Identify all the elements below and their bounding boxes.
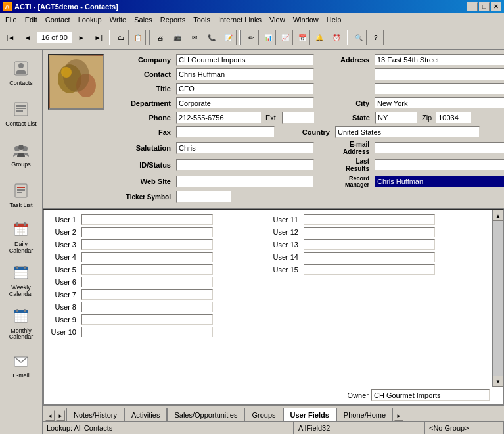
user6-input[interactable] — [81, 277, 213, 287]
tab-sales-opportunities[interactable]: Sales/Opportunities — [167, 408, 244, 421]
tab-activities[interactable]: Activities — [124, 408, 167, 421]
menu-window[interactable]: Window — [289, 14, 323, 25]
user1-input[interactable] — [81, 214, 213, 225]
toolbar-btn-11[interactable]: 📅 — [294, 30, 310, 45]
menu-view[interactable]: View — [265, 14, 289, 25]
salutation-input[interactable] — [176, 142, 314, 154]
toolbar-btn-9[interactable]: 📊 — [260, 30, 276, 45]
sidebar-item-daily-calendar[interactable]: Daily Calendar — [1, 216, 41, 258]
city-input[interactable] — [375, 97, 504, 109]
tab-user-fields[interactable]: User Fields — [283, 408, 336, 421]
user5-input[interactable] — [81, 264, 213, 275]
menu-tools[interactable]: Tools — [189, 14, 214, 25]
nav-prev-button[interactable]: ◄ — [20, 30, 35, 45]
sidebar-item-contacts[interactable]: Contacts — [1, 53, 41, 92]
menu-sales[interactable]: Sales — [130, 14, 156, 25]
toolbar-btn-12[interactable]: 🔔 — [311, 30, 327, 45]
status-field-text: AllField32 — [298, 424, 330, 432]
toolbar-btn-8[interactable]: ✏ — [243, 30, 259, 45]
nav-next-button[interactable]: ► — [74, 30, 89, 45]
sidebar-item-monthly-calendar[interactable]: Monthly Calendar — [1, 302, 41, 345]
user8-input[interactable] — [81, 302, 213, 312]
menu-contact[interactable]: Contact — [41, 14, 74, 25]
fax-input[interactable] — [176, 126, 275, 138]
toolbar-btn-15[interactable]: ? — [368, 30, 384, 45]
tab-groups[interactable]: Groups — [244, 408, 283, 421]
user11-label: User 11 — [271, 216, 301, 224]
tab-notes-history[interactable]: Notes/History — [66, 408, 124, 421]
user2-input[interactable] — [81, 227, 213, 237]
svg-rect-26 — [24, 266, 26, 269]
toolbar-btn-5[interactable]: ✉ — [187, 30, 202, 45]
sidebar-monthly-calendar-label: Monthly Calendar — [3, 328, 39, 341]
sidebar-item-groups[interactable]: Groups — [1, 134, 41, 174]
user-fields-right: User 11 User 12 User 13 User 14 — [271, 214, 487, 383]
toolbar-btn-13[interactable]: ⏰ — [329, 30, 344, 45]
tab-more-button[interactable]: ► — [394, 410, 403, 421]
address3-input[interactable] — [375, 83, 504, 95]
user3-input[interactable] — [81, 239, 213, 250]
toolbar-btn-6[interactable]: 📞 — [204, 30, 219, 45]
zip-input[interactable] — [436, 112, 472, 124]
window-minimize-button[interactable]: ─ — [467, 2, 478, 11]
email-address-label: E-mail Address — [332, 141, 372, 155]
window-close-button[interactable]: ✕ — [491, 2, 501, 11]
window-maximize-button[interactable]: □ — [479, 2, 490, 11]
ticker-symbol-input[interactable] — [176, 191, 232, 203]
scroll-down-button[interactable]: ▼ — [493, 376, 503, 387]
menu-lookup[interactable]: Lookup — [74, 14, 106, 25]
contact-input[interactable] — [176, 68, 314, 80]
menu-help[interactable]: Help — [323, 14, 346, 25]
status-lookup: Lookup: All Contacts — [43, 422, 294, 434]
svg-rect-36 — [24, 309, 26, 312]
menu-write[interactable]: Write — [106, 14, 130, 25]
email-address-input[interactable] — [375, 142, 504, 154]
toolbar-btn-3[interactable]: 🖨 — [152, 30, 168, 45]
user12-input[interactable] — [304, 227, 435, 237]
user15-input[interactable] — [304, 264, 435, 275]
user9-input[interactable] — [81, 314, 213, 325]
toolbar-btn-1[interactable]: 🗂 — [113, 30, 129, 45]
user14-input[interactable] — [304, 252, 435, 262]
user11-input[interactable] — [304, 214, 435, 225]
menu-reports[interactable]: Reports — [156, 14, 190, 25]
toolbar-btn-14[interactable]: 🔍 — [351, 30, 367, 45]
nav-last-button[interactable]: ►| — [91, 30, 106, 45]
phone-input[interactable] — [176, 112, 262, 124]
toolbar-btn-7[interactable]: 📝 — [221, 30, 237, 45]
sidebar-item-weekly-calendar[interactable]: Weekly Calendar — [1, 259, 41, 301]
web-site-input[interactable] — [176, 176, 314, 187]
country-input[interactable] — [335, 126, 480, 138]
tab-scroll-right-button[interactable]: ► — [56, 410, 65, 421]
menu-edit[interactable]: Edit — [21, 14, 41, 25]
user7-input[interactable] — [81, 289, 213, 300]
state-input[interactable] — [375, 112, 418, 124]
record-manager-input[interactable] — [375, 176, 504, 187]
ext-input[interactable] — [282, 112, 315, 124]
ext-label: Ext. — [265, 114, 278, 122]
address-input[interactable] — [375, 54, 504, 66]
sidebar-item-contact-list[interactable]: Contact List — [1, 93, 41, 133]
address2-input[interactable] — [375, 68, 504, 80]
user10-input[interactable] — [81, 327, 213, 337]
title-input[interactable] — [176, 83, 314, 95]
menu-file[interactable]: File — [1, 14, 21, 25]
last-results-input[interactable] — [375, 159, 504, 171]
tab-scroll-left-button[interactable]: ◄ — [45, 410, 55, 421]
sidebar-item-email[interactable]: E-mail — [1, 345, 41, 385]
toolbar-btn-4[interactable]: 📠 — [170, 30, 185, 45]
user4-input[interactable] — [81, 252, 213, 262]
tab-phone-home[interactable]: Phone/Home — [336, 408, 393, 421]
owner-input[interactable] — [371, 389, 490, 401]
menu-internet-links[interactable]: Internet Links — [214, 14, 265, 25]
scroll-up-button[interactable]: ▲ — [493, 210, 503, 221]
user13-input[interactable] — [304, 239, 435, 250]
nav-first-button[interactable]: |◄ — [3, 30, 18, 45]
user-fields-scrollbar: ▲ ▼ — [492, 210, 503, 387]
department-input[interactable] — [176, 97, 314, 109]
id-status-input[interactable] — [176, 159, 314, 171]
toolbar-btn-10[interactable]: 📈 — [277, 30, 293, 45]
toolbar-btn-2[interactable]: 📋 — [130, 30, 146, 45]
company-input[interactable] — [176, 54, 314, 66]
sidebar-item-task-list[interactable]: Task List — [1, 175, 41, 214]
